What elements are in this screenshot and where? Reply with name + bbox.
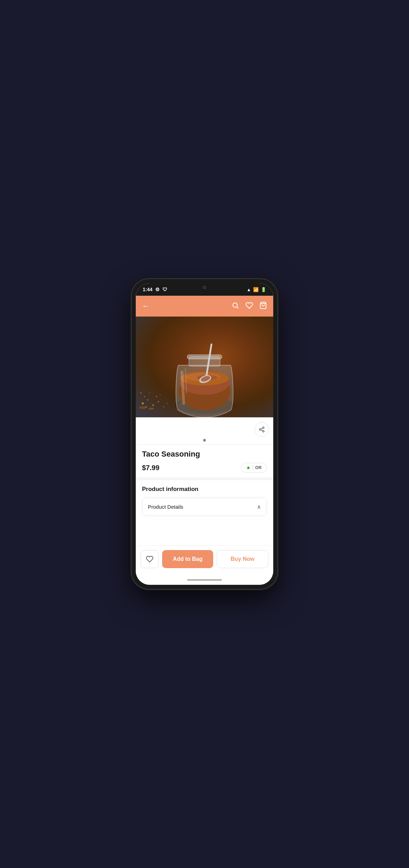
camera-dot xyxy=(203,286,206,289)
svg-line-31 xyxy=(261,430,262,431)
rating-divider xyxy=(253,465,253,470)
bottom-action-bar: Add to Bag Buy Now xyxy=(136,546,273,575)
settings-icon: ⚙ xyxy=(155,287,160,292)
search-icon[interactable] xyxy=(232,302,239,311)
svg-point-3 xyxy=(142,402,144,404)
header-right xyxy=(232,302,267,311)
rating-badge[interactable]: ★ OR xyxy=(241,463,267,473)
section-title: Product information xyxy=(142,486,267,493)
back-button[interactable]: ← xyxy=(142,302,150,310)
app-header: ← xyxy=(136,296,273,317)
accordion-item-details[interactable]: Product Details ∧ xyxy=(142,498,267,516)
time-display: 1:44 xyxy=(143,287,152,292)
wishlist-icon[interactable] xyxy=(245,302,253,311)
svg-point-11 xyxy=(156,396,157,397)
section-divider xyxy=(136,477,273,480)
svg-point-7 xyxy=(158,401,159,402)
status-left: 1:44 ⚙ 🛡 xyxy=(143,287,167,292)
add-to-bag-button[interactable]: Add to Bag xyxy=(162,550,213,568)
home-bar xyxy=(187,579,222,581)
wishlist-button[interactable] xyxy=(141,550,159,568)
shield-icon: 🛡 xyxy=(162,287,167,292)
price-row: $7.99 ★ OR xyxy=(142,463,267,473)
wifi-icon: ▲ xyxy=(247,287,251,292)
svg-point-5 xyxy=(152,404,154,406)
product-info: Taco Seasoning $7.99 ★ OR xyxy=(136,445,273,480)
battery-icon: 🔋 xyxy=(261,287,266,292)
product-image-bg xyxy=(136,317,273,417)
svg-line-32 xyxy=(261,428,262,429)
scroll-area xyxy=(136,417,273,444)
svg-point-9 xyxy=(163,407,164,408)
chevron-up-icon: ∧ xyxy=(257,503,261,510)
dot-active xyxy=(203,439,206,442)
star-icon: ★ xyxy=(246,465,251,470)
header-left: ← xyxy=(142,302,150,310)
svg-line-1 xyxy=(237,307,238,308)
cart-icon[interactable] xyxy=(259,302,267,311)
accordion: Product Details ∧ xyxy=(142,498,267,516)
phone-frame: 1:44 ⚙ 🛡 ▲ 📶 🔋 ← xyxy=(132,279,277,589)
product-price: $7.99 xyxy=(142,464,159,472)
svg-rect-19 xyxy=(187,355,222,359)
home-indicator xyxy=(136,575,273,585)
share-button[interactable] xyxy=(254,422,269,437)
image-dots xyxy=(136,439,273,442)
jar-svg xyxy=(166,337,243,417)
svg-point-10 xyxy=(149,393,150,393)
product-information-section: Product information Product Details ∧ xyxy=(136,480,273,546)
status-right: ▲ 📶 🔋 xyxy=(247,287,266,292)
camera-area xyxy=(184,283,225,292)
phone-screen: 1:44 ⚙ 🛡 ▲ 📶 🔋 ← xyxy=(136,283,273,585)
accordion-label: Product Details xyxy=(148,504,183,510)
buy-now-button[interactable]: Buy Now xyxy=(217,550,268,568)
product-name: Taco Seasoning xyxy=(142,450,267,459)
signal-icon: 📶 xyxy=(253,287,259,292)
svg-point-15 xyxy=(149,408,154,410)
rating-text: OR xyxy=(255,465,262,470)
svg-point-6 xyxy=(144,396,145,397)
svg-point-4 xyxy=(147,399,149,401)
product-image xyxy=(136,317,273,417)
svg-point-8 xyxy=(140,392,142,394)
svg-point-14 xyxy=(160,394,161,395)
